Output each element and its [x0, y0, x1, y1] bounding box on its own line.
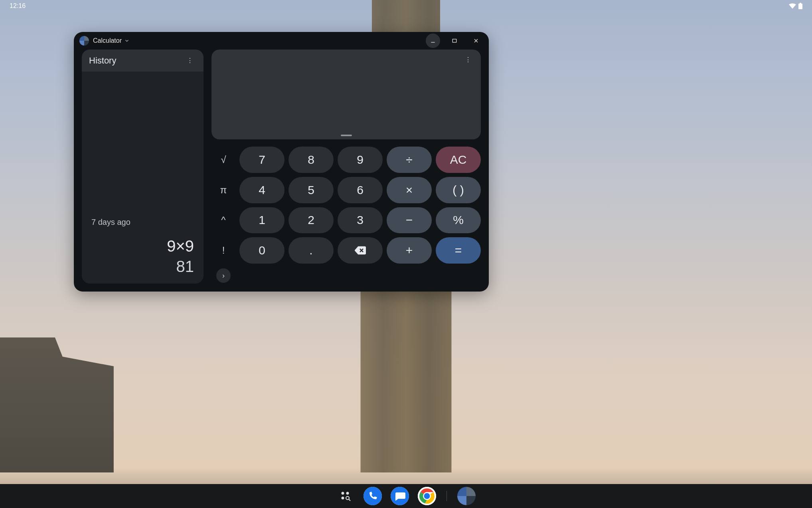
sqrt-button[interactable]: √ — [211, 147, 235, 173]
calc-display[interactable]: ⋮ — [211, 50, 481, 139]
percent-button[interactable]: % — [436, 207, 481, 234]
keypad: √ 7 8 9 ÷ AC π 4 5 6 × ( ) ^ 1 2 3 − % — [211, 147, 481, 284]
history-result[interactable]: 81 — [91, 258, 194, 276]
svg-rect-3 — [452, 39, 456, 42]
display-drag-handle[interactable] — [341, 135, 352, 136]
parentheses-button[interactable]: ( ) — [436, 177, 481, 203]
taskbar — [0, 484, 812, 508]
taskbar-phone-app[interactable] — [364, 487, 382, 505]
svg-rect-1 — [800, 3, 801, 4]
divide-button[interactable]: ÷ — [387, 147, 432, 173]
launcher-icon — [340, 491, 351, 501]
factorial-button[interactable]: ! — [211, 237, 235, 264]
digit-2-button[interactable]: 2 — [288, 207, 334, 234]
calculator-window: Calculator History ⋮ 7 days ago 9×9 81 — [74, 32, 489, 292]
all-clear-button[interactable]: AC — [436, 147, 481, 173]
chevron-down-icon[interactable] — [124, 38, 130, 44]
subtract-button[interactable]: − — [387, 207, 432, 234]
history-panel: History ⋮ 7 days ago 9×9 81 — [82, 50, 203, 284]
taskbar-separator — [447, 491, 447, 501]
decimal-point-button[interactable]: . — [288, 237, 334, 264]
power-button[interactable]: ^ — [211, 207, 235, 234]
add-button[interactable]: + — [387, 237, 432, 264]
display-menu-button[interactable]: ⋮ — [462, 54, 474, 65]
messages-icon — [391, 487, 409, 505]
status-bar: 12:16 — [0, 0, 812, 12]
svg-point-10 — [342, 497, 344, 500]
window-titlebar: Calculator — [74, 32, 489, 50]
digit-4-button[interactable]: 4 — [239, 177, 284, 203]
digit-7-button[interactable]: 7 — [239, 147, 284, 173]
phone-icon — [364, 487, 382, 505]
svg-point-13 — [364, 487, 382, 505]
expand-scientific-button[interactable]: › — [216, 268, 231, 283]
taskbar-launcher-button[interactable] — [336, 487, 355, 505]
wifi-icon — [789, 3, 796, 9]
status-time: 12:16 — [10, 2, 26, 10]
history-title: History — [89, 56, 116, 66]
digit-9-button[interactable]: 9 — [338, 147, 383, 173]
maximize-button[interactable] — [447, 34, 462, 48]
history-expression[interactable]: 9×9 — [91, 237, 194, 255]
pi-button[interactable]: π — [211, 177, 235, 203]
history-menu-button[interactable]: ⋮ — [184, 55, 196, 66]
digit-6-button[interactable]: 6 — [338, 177, 383, 203]
chrome-icon — [418, 487, 436, 505]
backspace-icon — [355, 246, 366, 255]
digit-8-button[interactable]: 8 — [288, 147, 334, 173]
taskbar-chrome-app[interactable] — [418, 487, 436, 505]
digit-3-button[interactable]: 3 — [338, 207, 383, 234]
digit-1-button[interactable]: 1 — [239, 207, 284, 234]
svg-point-11 — [346, 496, 349, 500]
equals-button[interactable]: = — [436, 237, 481, 264]
history-age-label: 7 days ago — [91, 218, 194, 227]
svg-rect-0 — [798, 4, 802, 9]
svg-point-9 — [346, 492, 349, 495]
minimize-button[interactable] — [426, 34, 440, 48]
backspace-button[interactable] — [338, 237, 383, 264]
taskbar-calculator-app[interactable] — [457, 487, 476, 505]
svg-point-17 — [424, 493, 430, 499]
calculator-app-icon — [79, 36, 89, 46]
battery-icon — [798, 3, 802, 9]
close-button[interactable] — [469, 34, 483, 48]
window-title[interactable]: Calculator — [93, 37, 122, 44]
multiply-button[interactable]: × — [387, 177, 432, 203]
svg-point-8 — [342, 492, 344, 495]
taskbar-messages-app[interactable] — [391, 487, 409, 505]
digit-5-button[interactable]: 5 — [288, 177, 334, 203]
svg-line-12 — [349, 499, 350, 501]
digit-0-button[interactable]: 0 — [239, 237, 284, 264]
